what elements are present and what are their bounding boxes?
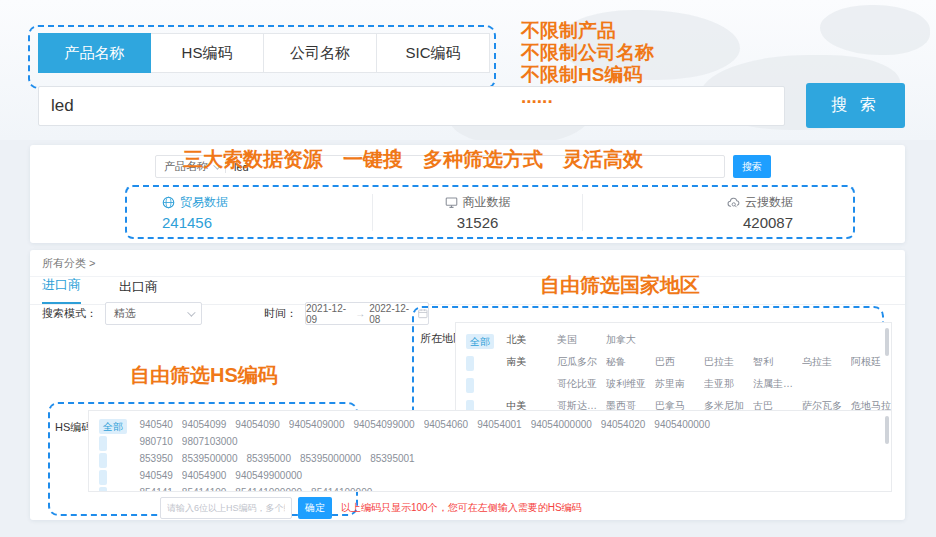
monitor-icon [445, 196, 458, 209]
hs-all-chip[interactable] [99, 487, 107, 492]
date-range-picker[interactable]: 2021-12-09 → 2022-12-08 [305, 302, 429, 325]
hs-code-option[interactable]: 94054020 [601, 417, 655, 432]
hs-code-option[interactable]: 9405400000 [654, 417, 719, 432]
chevron-down-icon [213, 161, 221, 169]
annotation-dashed-box-stats: 贸易数据 241456 商业数据 31526 云搜数据 420087 [125, 185, 855, 239]
world-map-decoration [820, 5, 930, 55]
region-country-option[interactable]: 玻利维亚 [606, 374, 655, 394]
region-country-option[interactable]: 智利 [753, 352, 802, 372]
compact-search-button[interactable]: 搜索 [733, 155, 771, 178]
hs-scrollbar[interactable] [885, 416, 889, 444]
hs-code-option[interactable]: 9807103000 [182, 434, 247, 449]
date-range-arrow: → [355, 308, 365, 319]
globe-icon [162, 196, 175, 209]
stat-value: 420087 [743, 214, 793, 231]
region-scrollbar[interactable] [885, 328, 889, 356]
compact-search-query[interactable]: led [226, 161, 257, 173]
region-all-chip[interactable] [466, 378, 474, 393]
stat-value: 241456 [162, 214, 372, 231]
cloud-search-icon [727, 196, 740, 209]
hs-code-option[interactable]: 85395000 [246, 451, 300, 466]
region-row: 南美 厄瓜多尔秘鲁巴西巴拉圭智利乌拉圭阿根廷委内瑞拉 [466, 352, 881, 374]
region-country-option[interactable]: 哥伦比亚 [557, 374, 606, 394]
breadcrumb[interactable]: 所有分类 > [30, 250, 905, 277]
hs-code-option[interactable]: 94054001 [477, 417, 531, 432]
stat-label: 贸易数据 [180, 194, 228, 211]
hs-all-chip[interactable]: 全部 [99, 419, 127, 434]
tab-importers[interactable]: 进口商 [42, 276, 81, 304]
tab-hs-code[interactable]: HS编码 [151, 33, 264, 73]
region-all-chip[interactable] [466, 356, 474, 371]
hs-code-option[interactable]: 94054090 [235, 417, 289, 432]
hs-code-option[interactable]: 85414100 [182, 485, 236, 492]
region-country-option[interactable]: 厄瓜多尔 [557, 352, 606, 372]
date-to: 2022-12-08 [369, 303, 414, 325]
hs-codes: 8541418541410085414100000085414100000 [139, 484, 381, 492]
region-row: 全部 北美 美国加拿大 [466, 330, 881, 352]
region-country-option[interactable]: 乌拉圭 [802, 352, 851, 372]
search-mode-label: 搜索模式： [42, 306, 97, 321]
hs-code-option[interactable]: 980710 [139, 434, 181, 449]
hs-code-option[interactable]: 8539500000 [182, 451, 247, 466]
stat-business-data[interactable]: 商业数据 31526 [372, 194, 583, 231]
hs-rows: 全部 9405409405409994054090940540900094054… [99, 417, 881, 492]
hs-code-option[interactable]: 853950 [139, 451, 181, 466]
hs-code-option[interactable]: 94054099000 [353, 417, 423, 432]
tab-product-name[interactable]: 产品名称 [38, 33, 151, 73]
category-dropdown-value: 产品名称 [164, 159, 208, 174]
hs-code-option[interactable]: 94054000000 [531, 417, 601, 432]
hs-code-option[interactable]: 854141000000 [235, 485, 311, 492]
region-country-option[interactable]: 秘鲁 [606, 352, 655, 372]
tab-sic-code[interactable]: SIC编码 [377, 33, 490, 73]
main-search-input[interactable] [38, 86, 785, 126]
region-items: 厄瓜多尔秘鲁巴西巴拉圭智利乌拉圭阿根廷委内瑞拉 [557, 353, 892, 370]
annotation-unrestricted-list: 不限制产品 不限制公司名称 不限制HS编码 ...... [521, 20, 654, 108]
search-mode-select[interactable]: 精选 [105, 302, 202, 325]
hs-code-list-box: 全部 9405409405409994054090940540900094054… [88, 410, 892, 492]
stat-cloud-search-data[interactable]: 云搜数据 420087 [582, 194, 853, 231]
tab-company-name[interactable]: 公司名称 [264, 33, 377, 73]
hs-row: 94054994054900940549900000 [99, 468, 881, 485]
filter-row: 搜索模式： 精选 时间： 2021-12-09 → 2022-12-08 [42, 302, 429, 325]
region-country-option[interactable]: 法属圭亚那 [753, 374, 802, 394]
hs-all-chip[interactable] [99, 470, 107, 485]
hs-all-chip[interactable] [99, 453, 107, 468]
annotation-line: 不限制公司名称 [521, 42, 654, 64]
stat-label: 商业数据 [463, 194, 511, 211]
hs-code-option[interactable]: 94054099 [182, 417, 236, 432]
hs-code-option[interactable]: 94054060 [424, 417, 478, 432]
confirm-button[interactable]: 确定 [298, 497, 332, 519]
region-country-option[interactable]: 圭亚那 [704, 374, 753, 394]
hs-code-input[interactable] [160, 497, 292, 519]
annotation-line: 不限制HS编码 [521, 64, 654, 86]
hs-code-option[interactable]: 94054900 [182, 468, 236, 483]
hs-all-chip[interactable] [99, 436, 107, 451]
region-group-label[interactable]: 南美 [506, 352, 552, 372]
region-all-chip[interactable]: 全部 [466, 334, 494, 349]
time-label: 时间： [264, 306, 297, 321]
region-group-label[interactable]: 北美 [506, 330, 552, 350]
category-dropdown[interactable]: 产品名称 [156, 159, 225, 174]
hs-code-option[interactable]: 854141 [139, 485, 181, 492]
hs-code-option[interactable]: 85395001 [370, 451, 424, 466]
region-row: 哥伦比亚玻利维亚苏里南圭亚那法属圭亚那 [466, 374, 881, 396]
hs-code-option[interactable]: 940549900000 [235, 468, 311, 483]
stat-trade-data[interactable]: 贸易数据 241456 [127, 194, 372, 231]
hs-code-option[interactable]: 85414100000 [311, 485, 381, 492]
search-type-tabs: 产品名称 HS编码 公司名称 SIC编码 [38, 33, 490, 73]
main-search-button[interactable]: 搜 索 [806, 83, 905, 128]
hs-code-option[interactable]: 9405409000 [289, 417, 354, 432]
data-summary-card: 产品名称 led 搜索 三大索数据资源 一键搜 多种筛选方式 灵活高效 贸易数据… [30, 145, 905, 243]
date-from: 2021-12-09 [306, 303, 351, 325]
region-country-option[interactable]: 加拿大 [606, 330, 655, 350]
region-items: 哥伦比亚玻利维亚苏里南圭亚那法属圭亚那 [557, 375, 802, 392]
tab-exporters[interactable]: 出口商 [119, 278, 158, 304]
hs-code-option[interactable]: 85395000000 [300, 451, 370, 466]
region-country-option[interactable]: 美国 [557, 330, 606, 350]
hs-code-option[interactable]: 940540 [139, 417, 181, 432]
region-country-option[interactable]: 巴西 [655, 352, 704, 372]
hs-code-option[interactable]: 940549 [139, 468, 181, 483]
calendar-icon [418, 308, 428, 319]
region-country-option[interactable]: 巴拉圭 [704, 352, 753, 372]
region-country-option[interactable]: 苏里南 [655, 374, 704, 394]
